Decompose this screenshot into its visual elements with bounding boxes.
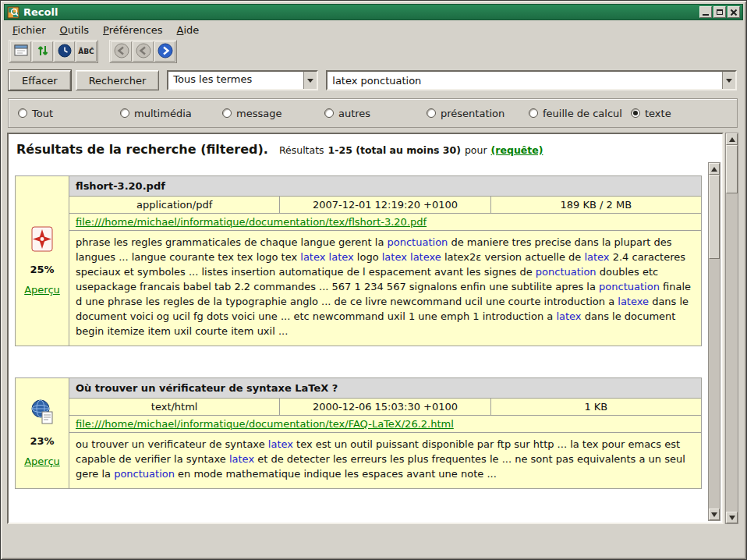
- arrow-up-icon: [729, 137, 735, 142]
- filter-label: texte: [645, 108, 671, 119]
- result-detail-table: flshort-3.20.pdf application/pdf 2007-12…: [69, 175, 702, 346]
- inner-scrollbar[interactable]: [708, 162, 720, 521]
- filter-label: multimédia: [134, 108, 192, 119]
- result-entry: 25% Aperçu flshort-3.20.pdf application/…: [15, 175, 702, 346]
- result-date: 2000-12-06 15:03:30 +0100: [280, 399, 490, 415]
- query-history-dropdown[interactable]: [722, 72, 735, 89]
- search-mode-select[interactable]: Tous les termes: [167, 70, 318, 90]
- filter-message[interactable]: message: [222, 108, 324, 119]
- filter-label: feuille de calcul: [543, 108, 622, 119]
- titlebar[interactable]: Recoll: [4, 4, 743, 20]
- filter-feuille-de-calcul[interactable]: feuille de calcul: [529, 108, 631, 119]
- relevance-percent: 25%: [30, 264, 54, 275]
- prev-page-button[interactable]: [133, 41, 154, 62]
- result-info-row: text/html 2000-12-06 15:03:30 +0100 1 KB: [69, 399, 701, 416]
- outer-scrollbar-thumb[interactable]: [726, 145, 738, 193]
- sort-by-dates-button[interactable]: [32, 41, 53, 62]
- close-button[interactable]: [728, 6, 740, 18]
- results-count-suffix: pour: [465, 144, 487, 156]
- menu-aide[interactable]: Aide: [170, 23, 207, 37]
- outer-scrollbar[interactable]: [725, 133, 738, 524]
- minimize-icon: [703, 14, 709, 16]
- menu-fichier[interactable]: Fichier: [5, 23, 53, 37]
- preview-link[interactable]: Aperçu: [24, 284, 60, 296]
- results-content: Résultats de la recherche (filtered).Rés…: [9, 134, 722, 523]
- app-icon: [7, 6, 19, 19]
- inner-scrollbar-trough[interactable]: [709, 259, 720, 509]
- result-snippet: ou trouver un verificateur de syntaxe la…: [69, 433, 701, 488]
- html-icon: [30, 399, 54, 427]
- clock-icon: [58, 44, 72, 60]
- arrow-up-icon: [711, 167, 717, 172]
- result-url-row: file:///home/michael/informatique/docume…: [69, 416, 701, 433]
- result-filename: flshort-3.20.pdf: [69, 176, 701, 197]
- result-url-link[interactable]: file:///home/michael/informatique/docume…: [76, 216, 427, 228]
- close-icon: [730, 9, 738, 16]
- result-info-row: application/pdf 2007-12-01 12:19:20 +010…: [69, 197, 701, 214]
- filter-presentation[interactable]: présentation: [427, 108, 529, 119]
- maximize-button[interactable]: [713, 6, 726, 18]
- first-page-button[interactable]: [111, 41, 132, 62]
- clear-search-button[interactable]: [10, 41, 31, 62]
- menu-preferences[interactable]: Préférences: [96, 23, 169, 37]
- filter-bar: Tout multimédia message autres présentat…: [8, 98, 738, 128]
- results-count-prefix: Résultats: [279, 144, 324, 156]
- minimize-button[interactable]: [699, 6, 712, 18]
- result-snippet: phrase les regles grammaticales de chaqu…: [69, 231, 701, 346]
- toolbar-group-tools: ÂBĈ: [9, 40, 98, 63]
- result-side-panel: 25% Aperçu: [15, 175, 69, 346]
- inner-scroll-down-button[interactable]: [709, 509, 720, 520]
- relevance-percent: 23%: [30, 435, 54, 447]
- result-size: 189 KB / 2 MB: [491, 197, 701, 213]
- radio-icon: [120, 108, 129, 118]
- filter-label: présentation: [441, 108, 504, 119]
- result-side-panel: 23% Aperçu: [15, 377, 69, 489]
- radio-icon: [18, 108, 27, 118]
- inner-scrollbar-thumb[interactable]: [709, 175, 720, 259]
- recoll-window: Recoll Fichier Outils Préférences Aide: [0, 0, 747, 560]
- result-size: 1 KB: [491, 399, 701, 415]
- radio-icon: [427, 108, 436, 118]
- search-query-combo: [326, 70, 737, 90]
- filter-tout[interactable]: Tout: [18, 108, 120, 119]
- result-entry: 23% Aperçu Où trouver un vérificateur de…: [15, 377, 702, 489]
- chevron-down-icon[interactable]: [303, 72, 317, 89]
- result-url-link[interactable]: file:///home/michael/informatique/docume…: [76, 418, 454, 430]
- history-button[interactable]: [54, 41, 75, 62]
- radio-icon: [529, 108, 538, 118]
- preview-link[interactable]: Aperçu: [24, 455, 60, 467]
- arrow-left-icon: [114, 43, 129, 61]
- clear-button[interactable]: Effacer: [9, 70, 71, 90]
- window-title: Recoll: [23, 6, 699, 18]
- search-query-input[interactable]: [327, 72, 722, 89]
- next-page-button[interactable]: [154, 41, 175, 62]
- outer-scrollbar-trough[interactable]: [726, 193, 738, 512]
- term-explorer-button[interactable]: ÂBĈ: [76, 41, 97, 62]
- toolbar-group-navigation: [109, 40, 177, 63]
- arrow-right-icon: [158, 43, 173, 61]
- window-controls: [699, 6, 740, 18]
- filter-multimedia[interactable]: multimédia: [120, 108, 222, 119]
- results-area: Résultats de la recherche (filtered).Rés…: [7, 133, 738, 524]
- search-mode-value: Tous les termes: [168, 72, 303, 89]
- result-url-row: file:///home/michael/informatique/docume…: [69, 214, 701, 231]
- spellcheck-icon: ÂBĈ: [78, 48, 94, 55]
- search-button[interactable]: Rechercher: [76, 70, 160, 90]
- search-controls: Effacer Rechercher Tous les termes: [9, 70, 737, 90]
- clear-search-icon: [14, 44, 28, 59]
- filter-label: Tout: [32, 108, 53, 119]
- outer-scroll-up-button[interactable]: [726, 133, 738, 145]
- result-mime: text/html: [69, 399, 280, 415]
- filter-texte[interactable]: texte: [631, 108, 671, 119]
- result-mime: application/pdf: [69, 197, 280, 213]
- menu-outils[interactable]: Outils: [53, 23, 97, 37]
- query-details-link[interactable]: (requête): [491, 144, 543, 156]
- sort-arrows-icon: [37, 44, 49, 60]
- filter-autres[interactable]: autres: [324, 108, 427, 119]
- results-title: Résultats de la recherche (filtered).: [16, 142, 268, 157]
- results-view: Résultats de la recherche (filtered).Rés…: [7, 133, 724, 524]
- toolbar: ÂBĈ: [9, 40, 177, 63]
- inner-scroll-up-button[interactable]: [709, 163, 720, 175]
- result-date: 2007-12-01 12:19:20 +0100: [280, 197, 490, 213]
- outer-scroll-down-button[interactable]: [726, 512, 738, 523]
